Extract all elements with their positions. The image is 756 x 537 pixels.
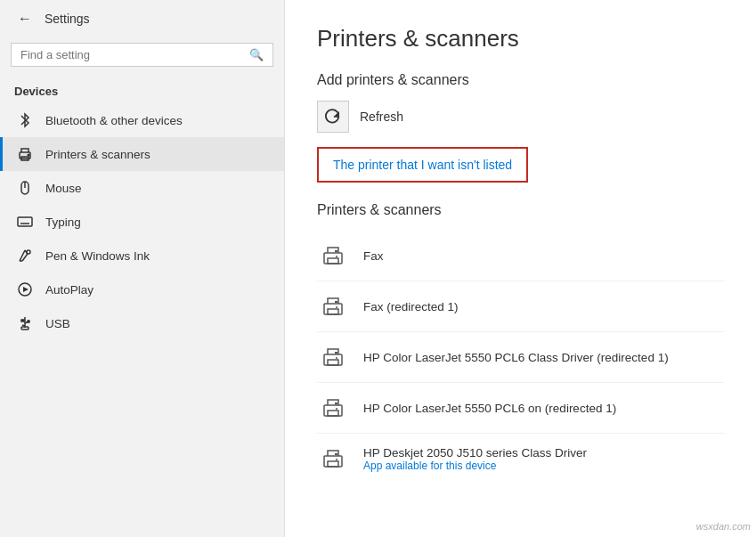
svg-rect-26 <box>335 250 337 252</box>
pen-icon <box>17 248 33 264</box>
svg-rect-29 <box>328 309 338 314</box>
search-input[interactable] <box>20 48 242 61</box>
svg-point-35 <box>336 357 337 359</box>
printer-icon-hp-5550-class <box>317 341 349 373</box>
svg-rect-37 <box>328 411 338 416</box>
printer-name-hp-5550-on: HP Color LaserJet 5550 PCL6 on (redirect… <box>363 402 616 415</box>
add-section-title: Add printers & scanners <box>317 72 724 88</box>
refresh-button[interactable]: Refresh <box>317 101 724 133</box>
printer-icon-hp-5550-on <box>317 392 349 424</box>
printer-icon-fax-redirected <box>317 290 349 322</box>
printer-name-fax-redirected: Fax (redirected 1) <box>363 300 459 313</box>
svg-rect-33 <box>328 360 338 365</box>
printers-section-title: Printers & scanners <box>317 202 724 218</box>
sidebar-item-mouse[interactable]: Mouse <box>0 171 284 205</box>
printer-item-hp-5550-on[interactable]: HP Color LaserJet 5550 PCL6 on (redirect… <box>317 383 724 434</box>
sidebar-item-label-printers: Printers & scanners <box>45 148 150 161</box>
svg-rect-41 <box>328 461 338 467</box>
typing-icon <box>17 214 33 230</box>
sidebar-item-label-typing: Typing <box>45 216 81 229</box>
search-icon: 🔍 <box>249 48 264 61</box>
svg-point-2 <box>28 154 29 156</box>
back-button[interactable]: ← <box>14 9 36 28</box>
svg-point-27 <box>336 256 337 257</box>
svg-point-39 <box>336 408 337 410</box>
autoplay-icon <box>17 281 33 297</box>
sidebar: ← Settings 🔍 Devices Bluetooth & other d… <box>0 0 285 537</box>
printer-icon-fax <box>317 240 349 272</box>
svg-point-22 <box>28 321 29 322</box>
printer-not-listed-link[interactable]: The printer that I want isn't listed <box>333 158 512 172</box>
printer-name-hp-5550-class: HP Color LaserJet 5550 PCL6 Class Driver… <box>363 351 669 364</box>
refresh-icon-circle <box>317 101 349 133</box>
svg-rect-30 <box>335 301 337 303</box>
sidebar-item-label-pen: Pen & Windows Ink <box>45 249 150 263</box>
mouse-icon <box>17 180 33 196</box>
sidebar-item-label-bluetooth: Bluetooth & other devices <box>45 114 183 127</box>
svg-rect-34 <box>335 352 337 354</box>
sidebar-item-typing[interactable]: Typing <box>0 205 284 239</box>
watermark: wsxdan.com <box>696 521 751 532</box>
sidebar-item-usb[interactable]: USB <box>0 306 284 340</box>
svg-rect-38 <box>335 403 337 404</box>
svg-point-43 <box>336 459 337 460</box>
sidebar-item-pen[interactable]: Pen & Windows Ink <box>0 239 284 273</box>
sidebar-item-label-usb: USB <box>45 317 70 330</box>
refresh-label: Refresh <box>360 110 403 124</box>
bluetooth-icon <box>17 112 33 128</box>
main-content: Printers & scanners Add printers & scann… <box>285 0 756 537</box>
svg-rect-5 <box>18 217 32 226</box>
printer-item-fax-redirected[interactable]: Fax (redirected 1) <box>317 281 724 332</box>
svg-rect-25 <box>328 258 338 264</box>
printer-icon-nav <box>17 146 33 162</box>
sidebar-item-autoplay[interactable]: AutoPlay <box>0 273 284 306</box>
printer-item-fax[interactable]: Fax <box>317 231 724 281</box>
svg-point-31 <box>336 306 337 308</box>
svg-point-15 <box>27 250 30 254</box>
svg-line-20 <box>22 325 25 326</box>
sidebar-item-bluetooth[interactable]: Bluetooth & other devices <box>0 103 284 137</box>
usb-icon <box>17 315 33 331</box>
sidebar-header: ← Settings <box>0 0 284 37</box>
search-box[interactable]: 🔍 <box>11 43 273 67</box>
svg-rect-23 <box>21 320 24 321</box>
svg-rect-42 <box>335 453 337 455</box>
printer-icon-hp-deskjet <box>317 443 349 475</box>
sidebar-item-label-autoplay: AutoPlay <box>45 283 93 297</box>
printer-name-fax: Fax <box>363 249 384 263</box>
devices-label: Devices <box>0 77 284 103</box>
printer-info-hp-deskjet: HP Deskjet 2050 J510 series Class Driver… <box>363 446 587 472</box>
sidebar-item-printers[interactable]: Printers & scanners <box>0 137 284 171</box>
page-title: Printers & scanners <box>317 25 724 53</box>
printer-item-hp-deskjet[interactable]: HP Deskjet 2050 J510 series Class Driver… <box>317 434 724 484</box>
printer-not-listed-box[interactable]: The printer that I want isn't listed <box>317 147 528 183</box>
sidebar-title: Settings <box>45 12 90 26</box>
svg-rect-21 <box>21 327 28 330</box>
printer-item-hp-5550-class[interactable]: HP Color LaserJet 5550 PCL6 Class Driver… <box>317 332 724 383</box>
sidebar-item-label-mouse: Mouse <box>45 182 82 195</box>
svg-marker-17 <box>23 287 28 292</box>
